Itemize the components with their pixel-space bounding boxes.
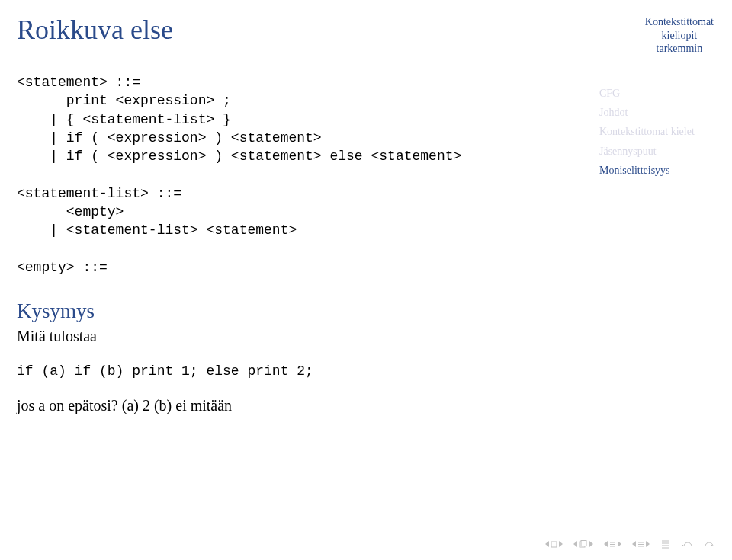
lines-icon	[637, 541, 644, 548]
nav-prev-section[interactable]	[545, 541, 563, 548]
sidebar-item-kielet[interactable]: Kontekstittomat kielet	[599, 122, 714, 141]
header-line: Kontekstittomat	[645, 15, 714, 29]
sidebar-nav: CFG Johdot Kontekstittomat kielet Jäsenn…	[599, 84, 714, 180]
question-heading: Kysymys	[17, 299, 581, 323]
beamer-navbar	[545, 539, 714, 549]
sidebar-item-jasennyspuut[interactable]: Jäsennyspuut	[599, 142, 714, 161]
triangle-right-icon	[559, 541, 563, 547]
triangle-right-icon	[646, 541, 650, 547]
header-short-title: Kontekstittomat kieliopit tarkemmin	[645, 15, 714, 56]
lines-icon	[609, 541, 616, 548]
grammar-code-block: <statement> ::= print <expression> ; | {…	[17, 73, 581, 277]
nav-next-frame[interactable]	[632, 541, 650, 548]
nav-prev-frame[interactable]	[604, 541, 621, 548]
triangle-left-icon	[604, 541, 608, 547]
nav-back-icon[interactable]	[682, 539, 692, 549]
svg-rect-0	[551, 542, 557, 547]
page-title: Roikkuva else	[17, 14, 732, 46]
sidebar-item-cfg[interactable]: CFG	[599, 84, 714, 103]
nav-forward-icon[interactable]	[703, 539, 714, 549]
slide: Kontekstittomat kieliopit tarkemmin Roik…	[0, 0, 732, 560]
question-sub: Mitä tulostaa	[17, 328, 581, 345]
triangle-right-icon	[589, 541, 593, 547]
triangle-left-icon	[545, 541, 549, 547]
square-icon	[551, 541, 557, 548]
triangle-right-icon	[618, 541, 621, 547]
sidebar-item-johdot[interactable]: Johdot	[599, 103, 714, 122]
header-line: kieliopit	[645, 29, 714, 43]
double-square-icon	[579, 540, 588, 548]
triangle-left-icon	[632, 541, 636, 547]
svg-rect-2	[581, 541, 586, 546]
nav-prev-subsection[interactable]	[573, 540, 593, 548]
question-codeline: if (a) if (b) print 1; else print 2;	[17, 363, 581, 379]
header-line: tarkemmin	[645, 42, 714, 56]
content-area: <statement> ::= print <expression> ; | {…	[17, 73, 581, 414]
triangle-left-icon	[573, 541, 577, 547]
nav-summary-icon[interactable]	[660, 539, 671, 549]
question-answer: jos a on epätosi? (a) 2 (b) ei mitään	[17, 397, 581, 414]
sidebar-item-moniselitteisyys[interactable]: Moniselitteisyys	[599, 161, 714, 180]
